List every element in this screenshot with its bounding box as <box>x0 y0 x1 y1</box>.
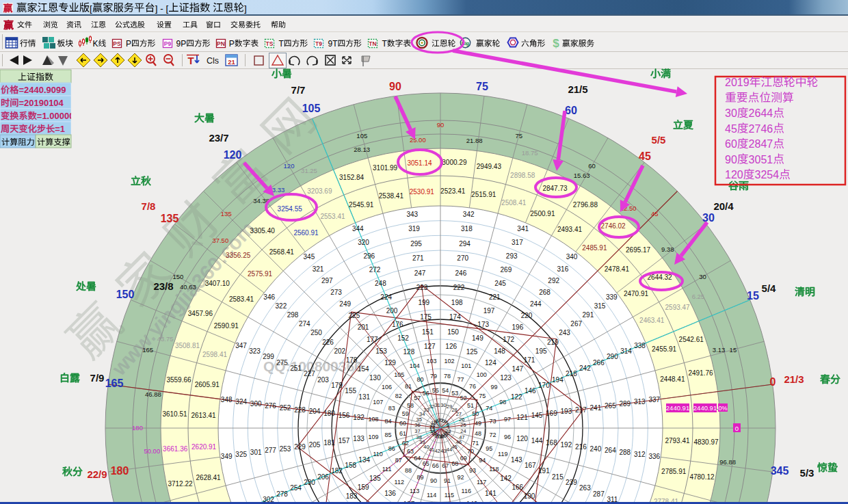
svg-text:270: 270 <box>457 254 468 262</box>
svg-text:276: 276 <box>265 402 276 410</box>
svg-text:192: 192 <box>561 441 572 449</box>
svg-text:75: 75 <box>476 81 488 92</box>
svg-text:241: 241 <box>590 404 602 412</box>
svg-text:133: 133 <box>353 435 365 442</box>
svg-text:148: 148 <box>494 347 505 355</box>
svg-text:3610.51: 3610.51 <box>162 410 187 418</box>
svg-text:3305.40: 3305.40 <box>250 227 276 235</box>
svg-text:245: 245 <box>494 280 506 287</box>
svg-text:288: 288 <box>619 449 631 456</box>
svg-text:296: 296 <box>363 252 375 260</box>
svg-text:223: 223 <box>416 284 428 291</box>
svg-text:2560.91: 2560.91 <box>293 229 319 237</box>
svg-text:122: 122 <box>511 393 522 401</box>
svg-text:P: P <box>229 39 235 49</box>
svg-text:15.63: 15.63 <box>574 172 590 179</box>
svg-text:268: 268 <box>539 289 551 296</box>
svg-text:117: 117 <box>477 479 486 486</box>
svg-text:90: 90 <box>430 477 437 484</box>
svg-text:244: 244 <box>530 300 542 308</box>
svg-text:120: 120 <box>516 435 528 442</box>
svg-text:30: 30 <box>702 212 715 224</box>
svg-text:290: 290 <box>607 353 618 360</box>
svg-text:181: 181 <box>323 439 335 447</box>
svg-text:91: 91 <box>444 477 451 484</box>
svg-text:3000.29: 3000.29 <box>442 159 467 166</box>
svg-text:2542.61: 2542.61 <box>679 336 704 343</box>
svg-text:118: 118 <box>489 466 499 473</box>
svg-text:51: 51 <box>467 402 474 409</box>
svg-text:174: 174 <box>449 313 461 321</box>
svg-text:2463.41: 2463.41 <box>639 317 665 324</box>
svg-text:2644: 2644 <box>749 107 773 119</box>
svg-text:267: 267 <box>570 320 582 328</box>
svg-text:43: 43 <box>440 448 446 454</box>
svg-text:2598.41: 2598.41 <box>202 351 228 358</box>
svg-text:40.63: 40.63 <box>180 283 196 291</box>
svg-text:5/5: 5/5 <box>652 134 666 146</box>
svg-text:115: 115 <box>445 492 454 499</box>
svg-text:2538.41: 2538.41 <box>379 192 404 200</box>
svg-text:190: 190 <box>524 492 535 500</box>
svg-text:3203.69: 3203.69 <box>307 187 332 195</box>
svg-text:T: T <box>187 55 194 66</box>
svg-text:215: 215 <box>552 473 564 481</box>
svg-text:2455.91: 2455.91 <box>652 345 677 353</box>
svg-text:31: 31 <box>434 402 440 408</box>
svg-text:251: 251 <box>290 364 302 372</box>
svg-text:T9: T9 <box>315 40 322 47</box>
svg-text:2613.41: 2613.41 <box>191 412 216 419</box>
svg-text:53: 53 <box>451 390 458 397</box>
svg-text:165: 165 <box>142 346 153 354</box>
svg-text:106: 106 <box>382 384 392 390</box>
svg-text:TN: TN <box>369 40 376 47</box>
svg-text:94: 94 <box>479 457 486 464</box>
svg-text:343: 343 <box>406 211 418 218</box>
svg-text:55: 55 <box>432 387 439 394</box>
svg-text:340: 340 <box>566 253 578 261</box>
svg-text:132: 132 <box>353 414 365 421</box>
svg-text:86: 86 <box>388 445 395 452</box>
svg-text:87: 87 <box>395 457 402 464</box>
svg-text:52: 52 <box>460 395 467 401</box>
svg-text:=2440.9099: =2440.9099 <box>18 85 66 95</box>
svg-text:36: 36 <box>414 422 420 428</box>
svg-text:200: 200 <box>386 307 398 315</box>
svg-text:225: 225 <box>349 312 360 319</box>
svg-text:9.38: 9.38 <box>661 246 674 253</box>
svg-text:149: 149 <box>472 334 483 342</box>
svg-text:297: 297 <box>321 277 333 284</box>
svg-text:180: 180 <box>111 465 129 477</box>
svg-text:141: 141 <box>485 490 496 497</box>
svg-text:111: 111 <box>382 466 392 473</box>
svg-text:312: 312 <box>634 451 646 458</box>
svg-text:26: 26 <box>459 416 464 423</box>
svg-text:7/8: 7/8 <box>142 200 156 212</box>
svg-text:56: 56 <box>423 390 429 397</box>
svg-text:2628.41: 2628.41 <box>196 474 222 481</box>
svg-text:2485.91: 2485.91 <box>582 244 607 252</box>
svg-text:25: 25 <box>460 422 466 428</box>
svg-text:74: 74 <box>486 405 492 412</box>
svg-text:2785.91: 2785.91 <box>661 468 687 475</box>
svg-text:66: 66 <box>432 462 439 469</box>
svg-text:60: 60 <box>725 138 737 150</box>
svg-text:80: 80 <box>416 376 423 383</box>
svg-text:5/4: 5/4 <box>762 282 777 294</box>
svg-text:150: 150 <box>447 328 459 336</box>
svg-text:90: 90 <box>437 121 445 129</box>
svg-text:316: 316 <box>557 265 569 273</box>
svg-text:105: 105 <box>356 132 367 140</box>
svg-text:15: 15 <box>747 290 759 302</box>
svg-text:347: 347 <box>235 342 247 349</box>
svg-text:2478.41: 2478.41 <box>605 265 630 273</box>
svg-text:3101.99: 3101.99 <box>373 164 398 172</box>
svg-text:219: 219 <box>547 339 559 346</box>
svg-text:342: 342 <box>463 211 475 218</box>
svg-text:110: 110 <box>373 451 383 457</box>
svg-text:46.88: 46.88 <box>145 390 161 398</box>
svg-text:65: 65 <box>423 460 429 467</box>
svg-text:196: 196 <box>512 323 524 331</box>
svg-text:337: 337 <box>648 396 660 403</box>
svg-text:228: 228 <box>294 406 306 414</box>
